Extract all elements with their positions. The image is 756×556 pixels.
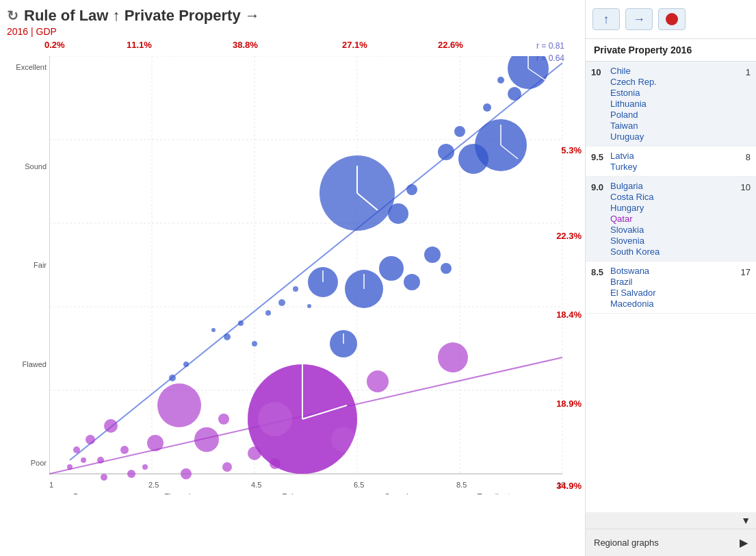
svg-point-61: [97, 457, 104, 464]
svg-point-67: [142, 464, 148, 470]
rank-group-8-5: 8.5 Botswana Brazil El Salvador Macedoni…: [586, 262, 756, 314]
svg-point-24: [454, 126, 465, 137]
up-button[interactable]: ↑: [592, 8, 620, 30]
country-turkey[interactable]: Turkey: [610, 162, 733, 172]
country-south-korea[interactable]: South Korea: [610, 247, 733, 257]
footer-label: Regional graphs: [594, 538, 659, 548]
svg-point-64: [67, 464, 73, 470]
footer-arrow-button[interactable]: ▶: [740, 536, 748, 549]
svg-point-60: [120, 446, 129, 454]
panel-title: Private Property 2016: [586, 39, 756, 62]
svg-text:Excellent: Excellent: [477, 492, 510, 494]
pct-18-9: 18.9%: [556, 399, 582, 409]
rank-group-9-5: 9.5 Latvia Turkey 8: [586, 147, 756, 177]
country-botswana[interactable]: Botswana: [610, 266, 733, 276]
y-label-fair: Fair: [14, 261, 47, 269]
svg-point-63: [73, 446, 80, 453]
y-axis-labels: Excellent Sound Fair Flawed Poor: [14, 63, 47, 467]
country-macedonia[interactable]: Macedonia: [610, 299, 733, 309]
chart-area: ↻ Rule of Law ↑ Private Property → 2016 …: [0, 0, 585, 556]
pct-22-3: 22.3%: [556, 231, 582, 241]
svg-point-69: [438, 342, 468, 372]
country-hungary[interactable]: Hungary: [610, 203, 733, 213]
r-value-1: r = 0.81: [536, 40, 564, 52]
svg-text:Fair: Fair: [282, 492, 296, 494]
svg-point-45: [211, 328, 216, 332]
country-latvia[interactable]: Latvia: [610, 151, 733, 161]
rank-8-5-value: 8.5: [591, 267, 610, 277]
main-chart-svg: 1 2.5 4.5 6.5 8.5 10 10 8.5 6.5 4.5 2.5 …: [49, 56, 590, 494]
rank-8-5-countries: Botswana Brazil El Salvador Macedonia: [610, 266, 733, 309]
pct-18-4: 18.4%: [556, 309, 582, 320]
pct-0-2: 0.2%: [44, 40, 65, 50]
rank-9-value: 9.0: [591, 182, 610, 192]
country-slovakia[interactable]: Slovakia: [610, 225, 733, 235]
scroll-down-button[interactable]: ▼: [741, 515, 751, 526]
right-panel: ↑ → Private Property 2016 10 Chile Czech…: [585, 0, 756, 556]
rank-9-countries: Bulgaria Costa Rica Hungary Qatar Slovak…: [610, 181, 733, 257]
rank-9-5-countries: Latvia Turkey: [610, 151, 733, 172]
svg-point-37: [424, 247, 441, 263]
country-poland[interactable]: Poland: [610, 110, 733, 120]
rank-10-value: 10: [591, 67, 610, 77]
chart-title: Rule of Law ↑ Private Property →: [24, 7, 260, 25]
svg-point-39: [278, 299, 285, 306]
title-block: ↻ Rule of Law ↑ Private Property → 2016 …: [7, 7, 260, 37]
pct-27-1: 27.1%: [342, 40, 367, 50]
rank-list: 10 Chile Czech Rep. Estonia Lithuania Po…: [586, 62, 756, 512]
svg-point-31: [379, 256, 404, 281]
svg-point-46: [252, 341, 257, 346]
country-el-salvador[interactable]: El Salvador: [610, 288, 733, 298]
right-button[interactable]: →: [625, 8, 653, 30]
svg-point-72: [222, 462, 232, 472]
svg-text:Sound: Sound: [384, 492, 408, 494]
country-costa-rica[interactable]: Costa Rica: [610, 192, 733, 202]
rank-10-count: 1: [733, 67, 751, 77]
chart-header: ↻ Rule of Law ↑ Private Property → 2016 …: [7, 7, 578, 37]
country-brazil[interactable]: Brazil: [610, 277, 733, 287]
country-bulgaria[interactable]: Bulgaria: [610, 181, 733, 191]
svg-point-18: [483, 103, 491, 112]
panel-header: ↑ →: [586, 0, 756, 39]
svg-point-38: [441, 263, 452, 274]
svg-text:2.5: 2.5: [148, 481, 159, 489]
svg-point-30: [406, 184, 417, 195]
country-uruguay[interactable]: Uruguay: [610, 131, 733, 142]
y-label-poor: Poor: [14, 459, 47, 467]
svg-point-49: [183, 362, 189, 367]
svg-text:1: 1: [49, 481, 53, 489]
country-lithuania[interactable]: Lithuania: [610, 99, 733, 109]
country-slovenia[interactable]: Slovenia: [610, 236, 733, 246]
top-percentages: 0.2% 11.1% 38.8% 27.1% 22.6% r = 0.81 r …: [44, 40, 578, 55]
country-taiwan[interactable]: Taiwan: [610, 121, 733, 131]
pct-22-6: 22.6%: [438, 40, 463, 50]
svg-point-59: [86, 435, 95, 444]
main-title: ↻ Rule of Law ↑ Private Property →: [7, 7, 260, 25]
rank-10-countries: Chile Czech Rep. Estonia Lithuania Polan…: [610, 66, 733, 142]
pct-34-9: 34.9%: [556, 481, 582, 491]
rank-group-10: 10 Chile Czech Rep. Estonia Lithuania Po…: [586, 62, 756, 147]
scroll-down-container: ▼: [586, 512, 756, 529]
svg-point-50: [169, 375, 176, 381]
country-qatar[interactable]: Qatar: [610, 214, 733, 224]
y-label-excellent: Excellent: [14, 63, 47, 71]
y-label-sound: Sound: [14, 162, 47, 170]
rank-group-9: 9.0 Bulgaria Costa Rica Hungary Qatar Sl…: [586, 177, 756, 262]
svg-point-25: [438, 144, 454, 160]
pct-5-3: 5.3%: [561, 145, 582, 155]
svg-point-42: [265, 310, 271, 316]
svg-text:6.5: 6.5: [354, 481, 364, 489]
country-czech-rep[interactable]: Czech Rep.: [610, 77, 733, 87]
svg-point-29: [388, 203, 408, 224]
panel-footer: Regional graphs ▶: [586, 529, 756, 556]
country-estonia[interactable]: Estonia: [610, 88, 733, 98]
country-chile[interactable]: Chile: [610, 66, 733, 76]
svg-text:Flawed: Flawed: [164, 492, 191, 494]
svg-point-62: [81, 457, 86, 463]
svg-point-32: [404, 274, 420, 290]
refresh-icon[interactable]: ↻: [7, 8, 18, 24]
svg-text:8.5: 8.5: [456, 481, 467, 489]
pct-38-8: 38.8%: [233, 40, 258, 50]
dot-button[interactable]: [658, 8, 686, 30]
svg-point-44: [224, 333, 231, 340]
